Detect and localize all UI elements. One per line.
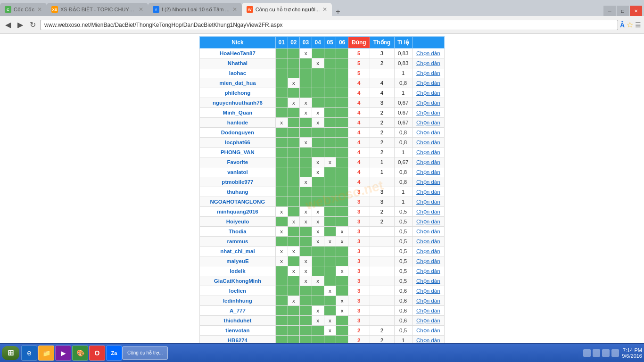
cell-col-03 [300,197,312,207]
cell-chon[interactable]: Chọn dàn [412,177,444,187]
cell-chon[interactable]: Chọn dàn [412,118,444,128]
cell-col-03 [300,316,312,326]
cell-chon[interactable]: Chọn dàn [412,326,444,336]
cell-nick: ledinhhung [200,296,276,306]
cell-chon[interactable]: Chọn dàn [412,148,444,157]
cell-col-05 [324,207,336,217]
clock-time: 7:14 PM [622,347,642,353]
cell-col-01 [275,217,288,227]
refresh-button[interactable]: ↻ [27,19,38,30]
taskbar-media-icon[interactable]: ▶ [55,346,71,361]
tab-fb-close-icon[interactable]: ✕ [232,6,237,13]
cell-col-02 [288,88,300,98]
table-row: ledinhhungxx30,6Chọn dàn [200,296,445,306]
col-06: 06 [336,37,348,49]
forward-button[interactable]: ▶ [15,19,25,30]
cell-chon[interactable]: Chọn dàn [412,207,444,217]
cell-chon[interactable]: Chọn dàn [412,227,444,237]
cell-tile: 0,5 [394,237,412,247]
cell-col-05 [324,197,336,207]
cell-col-03: x [300,98,312,108]
cell-chon[interactable]: Chọn dàn [412,68,444,78]
cell-tile: 1 [394,148,412,157]
cell-col-04: x [312,157,324,167]
cell-chon[interactable]: Chọn dàn [412,98,444,108]
cell-chon[interactable]: Chọn dàn [412,108,444,118]
col-thong: Thống [370,37,394,49]
table-row: hanlodexx420,67Chọn dàn [200,118,445,128]
network-icon [602,349,610,357]
cell-tile: 0,5 [394,207,412,217]
cell-chon[interactable]: Chọn dàn [412,266,444,276]
taskbar-open-browser[interactable]: Công cụ hỗ trợ... [122,346,168,360]
cell-nick: Minh_Quan [200,108,276,118]
cell-chon[interactable]: Chọn dàn [412,78,444,88]
cell-chon[interactable]: Chọn dàn [412,128,444,138]
cell-chon[interactable]: Chọn dàn [412,286,444,296]
cell-col-03 [300,148,312,157]
new-tab-button[interactable]: + [332,8,344,16]
cell-col-02 [288,197,300,207]
col-chon [412,37,444,49]
cell-col-05 [324,217,336,227]
tab-webxoso-label: Công cụ hỗ trợ cho người... [256,7,320,13]
cell-col-02 [288,326,300,336]
cell-chon[interactable]: Chọn dàn [412,157,444,167]
cell-chon[interactable]: Chọn dàn [412,49,444,58]
taskbar-zalo-icon[interactable]: Za [106,346,122,361]
tab-webxoso[interactable]: W Công cụ hỗ trợ cho người... ✕ [242,3,332,16]
start-button[interactable]: ⊞ [2,346,19,360]
cell-chon[interactable]: Chọn dàn [412,296,444,306]
cell-dung: 3 [348,316,370,326]
cell-col-06 [336,148,348,157]
cell-chon[interactable]: Chọn dàn [412,88,444,98]
cell-chon[interactable]: Chọn dàn [412,167,444,177]
cell-chon[interactable]: Chọn dàn [412,58,444,68]
cell-col-05: x [324,316,336,326]
close-button[interactable]: ✕ [630,6,642,16]
cell-col-03: x [300,49,312,58]
cell-chon[interactable]: Chọn dàn [412,237,444,247]
cell-nick: Dodonguyen [200,128,276,138]
table-container: webxoso.net Nick 01 02 03 04 05 06 [0,34,644,343]
maximize-button[interactable]: □ [617,6,629,16]
taskbar-paint-icon[interactable]: 🎨 [72,346,88,361]
cell-col-01 [275,108,288,118]
cell-col-05 [324,167,336,177]
back-button[interactable]: ◀ [3,19,13,30]
taskbar-ie-icon[interactable]: e [21,346,37,361]
cell-chon[interactable]: Chọn dàn [412,217,444,227]
minimize-button[interactable]: ─ [603,6,616,16]
cell-chon[interactable]: Chọn dàn [412,306,444,316]
cell-tile: 0,5 [394,247,412,256]
cell-chon[interactable]: Chọn dàn [412,276,444,286]
cell-dung: 3 [348,256,370,266]
tab-fb[interactable]: f f (2) Nhom Loai 10 số Tâm ... ✕ [148,3,242,16]
cell-col-02 [288,167,300,177]
cell-tile: 0,8 [394,138,412,148]
tab-xs[interactable]: XS XS ĐẶC BIỆT - TOPIC CHUYÊ... ✕ [47,3,148,16]
menu-icon[interactable]: ☰ [635,21,641,29]
cell-chon[interactable]: Chọn dàn [412,256,444,266]
star-icon[interactable]: ☆ [627,20,633,29]
cell-col-03 [300,167,312,177]
cell-chon[interactable]: Chọn dàn [412,336,444,344]
taskbar-folder-icon[interactable]: 📁 [38,346,54,361]
cell-chon[interactable]: Chọn dàn [412,316,444,326]
cell-col-01 [275,138,288,148]
cell-chon[interactable]: Chọn dàn [412,138,444,148]
cell-col-04 [312,98,324,108]
tab-webxoso-close-icon[interactable]: ✕ [322,6,327,13]
address-bar[interactable]: www.webxoso.net/MienBac/DacBiet/ThongKeT… [40,20,618,30]
cell-tile: 0,6 [394,306,412,316]
tab-coccoc[interactable]: C Cốc Cốc ✕ [0,3,47,16]
cell-col-06 [336,207,348,217]
tab-xs-close-icon[interactable]: ✕ [139,6,143,13]
taskbar-opera-icon[interactable]: O [89,346,105,361]
tab-close-icon[interactable]: ✕ [37,6,42,13]
cell-chon[interactable]: Chọn dàn [412,247,444,256]
cell-col-05: x [324,157,336,167]
cell-chon[interactable]: Chọn dàn [412,197,444,207]
cell-chon[interactable]: Chọn dàn [412,187,444,197]
cell-col-06 [336,247,348,256]
